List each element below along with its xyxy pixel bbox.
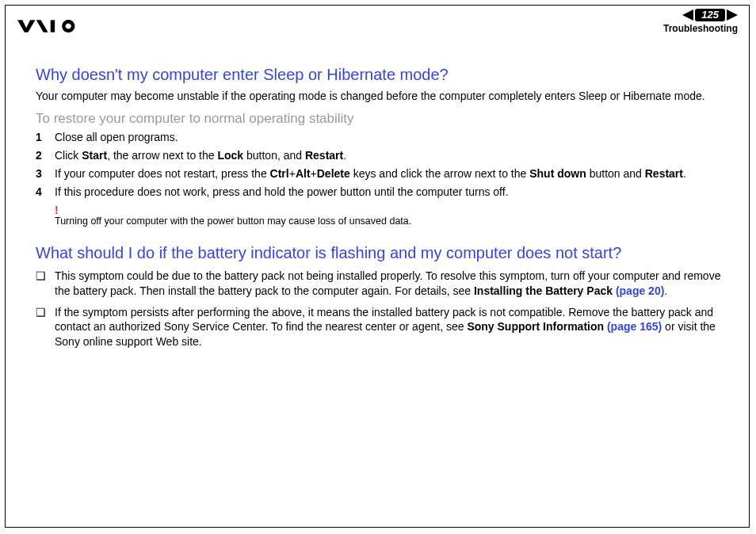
question-1-title: Why doesn't my computer enter Sleep or H… xyxy=(36,66,727,84)
warning-block: ! Turning off your computer with the pow… xyxy=(55,204,727,227)
question-1-subhead: To restore your computer to normal opera… xyxy=(36,111,727,127)
page-header: 125 Troubleshooting xyxy=(6,6,749,44)
page-number: 125 xyxy=(695,9,725,21)
vaio-logo xyxy=(17,15,88,37)
next-page-arrow-icon[interactable] xyxy=(727,10,738,21)
step-number: 3 xyxy=(36,166,55,181)
question-2-title: What should I do if the battery indicato… xyxy=(36,244,727,262)
step-text: If this procedure does not work, press a… xyxy=(55,185,509,200)
step-text: If your computer does not restart, press… xyxy=(55,166,686,181)
step-number: 1 xyxy=(36,130,55,145)
bullet-list: ❑ This symptom could be due to the batte… xyxy=(36,269,727,349)
page-content: Why doesn't my computer enter Sleep or H… xyxy=(6,44,749,349)
bullet-icon: ❑ xyxy=(36,269,55,299)
prev-page-arrow-icon[interactable] xyxy=(682,10,693,21)
bullet-text: This symptom could be due to the battery… xyxy=(55,269,727,299)
step-2: 2 Click Start, the arrow next to the Loc… xyxy=(36,148,727,163)
page-link-20[interactable]: (page 20) xyxy=(616,284,664,297)
step-number: 4 xyxy=(36,185,55,200)
warning-text: Turning off your computer with the power… xyxy=(55,216,727,227)
step-text: Close all open programs. xyxy=(55,130,178,145)
step-1: 1 Close all open programs. xyxy=(36,130,727,145)
step-4: 4 If this procedure does not work, press… xyxy=(36,185,727,200)
step-text: Click Start, the arrow next to the Lock … xyxy=(55,148,346,163)
page-frame: 125 Troubleshooting Why doesn't my compu… xyxy=(5,5,750,528)
svg-rect-0 xyxy=(51,20,55,32)
question-1-intro: Your computer may become unstable if the… xyxy=(36,89,727,103)
header-right: 125 Troubleshooting xyxy=(663,9,738,34)
step-3: 3 If your computer does not restart, pre… xyxy=(36,166,727,181)
page-link-165[interactable]: (page 165) xyxy=(607,320,662,333)
warning-icon: ! xyxy=(55,204,727,216)
section-label: Troubleshooting xyxy=(663,23,738,34)
steps-list: 1 Close all open programs. 2 Click Start… xyxy=(36,130,727,200)
bullet-text: If the symptom persists after performing… xyxy=(55,305,727,350)
step-number: 2 xyxy=(36,148,55,163)
bullet-icon: ❑ xyxy=(36,305,55,350)
bullet-2: ❑ If the symptom persists after performi… xyxy=(36,305,727,350)
page-navigation: 125 xyxy=(663,9,738,21)
bullet-1: ❑ This symptom could be due to the batte… xyxy=(36,269,727,299)
